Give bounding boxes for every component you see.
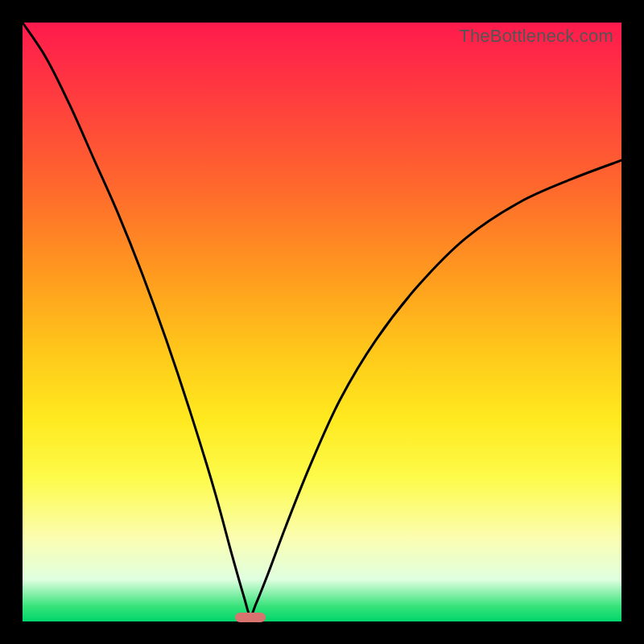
plot-area: TheBottleneck.com [23, 23, 621, 621]
chart-frame: TheBottleneck.com [0, 0, 644, 644]
curve-path [23, 23, 621, 616]
bottleneck-curve [23, 23, 621, 621]
optimal-marker [235, 613, 266, 622]
